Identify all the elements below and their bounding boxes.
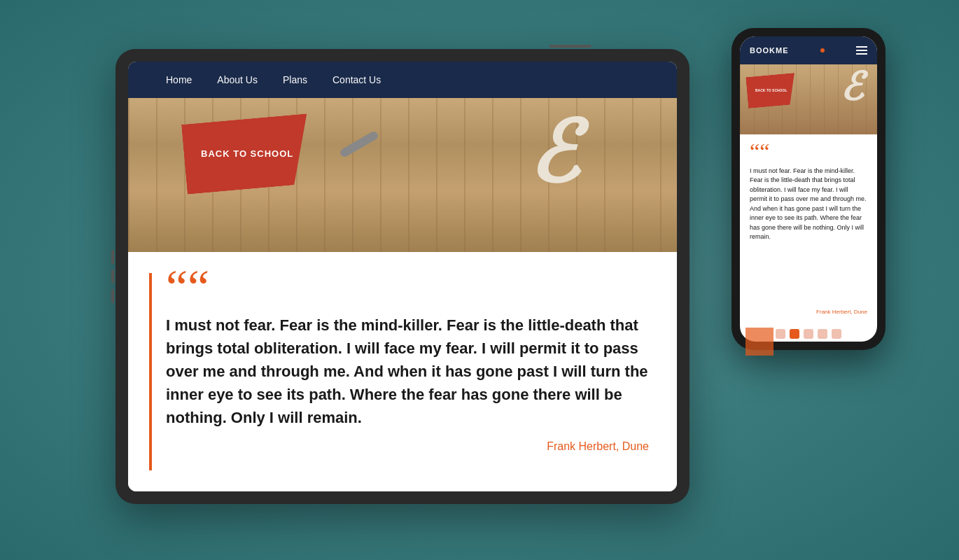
tablet-quote-section: ““ I must not fear. Fear is the mind-kil… bbox=[128, 252, 677, 491]
phone-navbar: BOOKME bbox=[740, 36, 877, 64]
menu-line-2 bbox=[856, 50, 867, 51]
tablet-volume-up bbox=[111, 250, 114, 264]
carousel-dot-5[interactable] bbox=[832, 329, 841, 339]
quote-body-text: I must not fear. Fear is the mind-killer… bbox=[166, 314, 649, 429]
phone-hero-image: BACK TO SCHOOL ℰ bbox=[740, 64, 877, 134]
menu-line-1 bbox=[856, 46, 867, 48]
phone-quote-text: I must not fear. Fear is the mind-killer… bbox=[750, 167, 867, 303]
phone-accent-decoration bbox=[746, 328, 774, 356]
carousel-dot-3[interactable] bbox=[804, 329, 813, 339]
tablet-hero-image: BACK TO SCHOOL ℰ bbox=[128, 98, 677, 252]
nav-home[interactable]: Home bbox=[156, 70, 202, 90]
opening-quote-mark: ““ bbox=[166, 273, 649, 302]
quote-left-border bbox=[149, 273, 152, 470]
pennant-banner: BACK TO SCHOOL bbox=[181, 113, 313, 194]
phone-opening-quote: ““ bbox=[750, 143, 867, 161]
quote-attribution: Frank Herbert, Dune bbox=[166, 440, 649, 453]
tablet-navbar: Home About Us Plans Contact Us bbox=[128, 62, 677, 98]
tablet-top-button bbox=[550, 45, 592, 48]
carousel-dot-2[interactable] bbox=[790, 329, 799, 339]
menu-line-3 bbox=[856, 53, 867, 55]
phone-screen: BOOKME BACK TO SCHOOL ℰ ““ I must n bbox=[740, 36, 877, 342]
hamburger-icon[interactable] bbox=[856, 46, 867, 55]
tablet-device: Home About Us Plans Contact Us BACK TO S… bbox=[115, 49, 690, 504]
carousel-dot-1[interactable] bbox=[776, 329, 785, 339]
nav-contact[interactable]: Contact Us bbox=[323, 70, 391, 90]
nav-about[interactable]: About Us bbox=[207, 70, 267, 90]
tablet-silent bbox=[111, 289, 114, 303]
phone-quote-author: Frank Herbert, Dune bbox=[750, 309, 867, 315]
tablet-screen: Home About Us Plans Contact Us BACK TO S… bbox=[128, 62, 677, 491]
pennant-text: BACK TO SCHOOL bbox=[201, 148, 293, 160]
phone-brand-label: BOOKME bbox=[750, 46, 789, 55]
tablet-volume-down bbox=[111, 270, 114, 284]
phone-nav-dot bbox=[820, 48, 825, 52]
nav-plans[interactable]: Plans bbox=[273, 70, 317, 90]
phone-pennant-text: BACK TO SCHOOL bbox=[755, 88, 787, 93]
scene: Home About Us Plans Contact Us BACK TO S… bbox=[59, 28, 899, 532]
hero-content: BACK TO SCHOOL ℰ bbox=[128, 98, 677, 252]
phone-swirl-decoration: ℰ bbox=[840, 68, 863, 106]
quote-content: ““ I must not fear. Fear is the mind-kil… bbox=[166, 273, 649, 453]
tablet-side-buttons bbox=[111, 250, 114, 303]
phone-device: BOOKME BACK TO SCHOOL ℰ ““ I must n bbox=[732, 28, 886, 350]
phone-pennant: BACK TO SCHOOL bbox=[746, 73, 797, 108]
carousel-dot-4[interactable] bbox=[818, 329, 827, 339]
phone-quote-section: ““ I must not fear. Fear is the mind-kil… bbox=[740, 134, 877, 323]
hero-swirl-decoration: ℰ bbox=[528, 112, 579, 196]
